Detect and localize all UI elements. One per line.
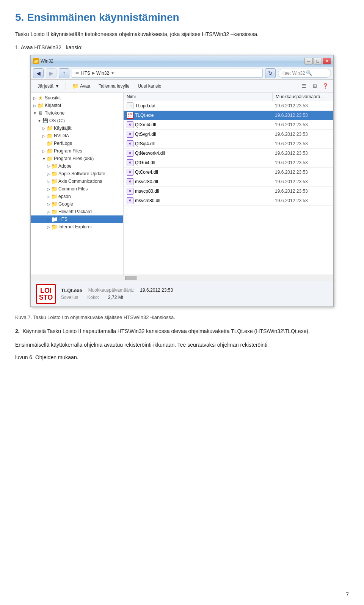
file-row-msvcp80[interactable]: ⚙ msvcp80.dll 19.6.2012 23:53 [124,187,333,196]
expand-programfiles[interactable]: ▷ [41,149,47,153]
open-label: Avaa [80,83,90,89]
back-button[interactable]: ◀ [33,68,44,78]
path-dropdown-arrow[interactable]: ▼ [111,71,115,75]
path-hts[interactable]: HTS [81,71,90,76]
expand-google[interactable]: ▷ [46,202,51,206]
file-row-msvcr80[interactable]: ⚙ msvcr80.dll 19.6.2012 23:53 [124,177,333,187]
tree-item-suosikit[interactable]: ▷ ★ Suosikit [31,94,123,102]
new-folder-label: Uusi kansio [138,83,161,89]
tree-item-google[interactable]: ▷ 📁 Google [31,200,123,208]
new-folder-button[interactable]: Uusi kansio [134,81,165,91]
tree-item-programfiles[interactable]: ▷ 📁 Program Files [31,147,123,155]
dll-icon-qtsql4: ⚙ [127,140,133,147]
file-row-qtsql4[interactable]: ⚙ QtSql4.dll 19.6.2012 23:53 [124,139,333,149]
file-date-msvcr80: 19.6.2012 23:53 [275,179,332,184]
col-header-name[interactable]: Nimi [124,93,273,101]
tree-item-perflogs[interactable]: ▷ 📁 PerfLogs [31,140,123,147]
tree-label-ie: Internet Explorer [58,224,92,229]
expand-commonfiles[interactable]: ▷ [46,187,51,191]
scrollbar-thumb[interactable] [125,276,136,280]
path-win32[interactable]: Win32 [96,71,109,76]
title-bar: 📁 Win32 ─ □ ✕ [31,55,333,67]
expand-ie[interactable]: ▷ [46,225,51,229]
close-button[interactable]: ✕ [323,58,331,64]
folder-title-icon: 📁 [33,58,39,64]
file-date-qtsvg4: 19.6.2012 23:53 [275,132,332,137]
folder-icon-programfilesx86: 📁 [47,156,53,162]
expand-epson[interactable]: ▷ [46,195,51,199]
expand-programfilesx86[interactable]: ▼ [41,157,47,161]
tree-item-commonfiles[interactable]: ▷ 📁 Common Files [31,185,123,193]
status-row-2: Sovellus Koko: 2,72 Mt [61,295,173,300]
file-row-qtgui4[interactable]: ⚙ QtGui4.dll 19.6.2012 23:53 [124,158,333,168]
tree-item-epson[interactable]: ▷ 📁 epson [31,193,123,200]
expand-suosikit[interactable]: ▷ [32,96,38,100]
tree-item-nvidia[interactable]: ▷ 📁 NVIDIA [31,132,123,140]
expand-apple[interactable]: ▷ [46,172,51,176]
expand-kirjastot[interactable]: ▷ [32,104,38,108]
search-box[interactable]: Hae: Win32 🔍 [278,69,331,78]
expand-nvidia[interactable]: ▷ [41,134,47,138]
file-row-qtnetwork4[interactable]: ⚙ QtNetwork4.dll 19.6.2012 23:53 [124,149,333,158]
filename-msvcp80: msvcp80.dll [135,189,159,194]
file-name-msvcr80: ⚙ msvcr80.dll [125,178,275,185]
expand-tietokone[interactable]: ▼ [32,111,38,115]
tree-item-kayttajat[interactable]: ▷ 📁 Käyttäjät [31,124,123,132]
tree-label-perflogs: PerfLogs [54,141,72,146]
file-row-msvcm80[interactable]: ⚙ msvcm80.dll 19.6.2012 23:53 [124,196,333,206]
organize-button[interactable]: Järjestä ▼ [34,81,63,91]
expand-adobe[interactable]: ▷ [46,164,51,168]
tree-item-kirjastot[interactable]: ▷ 📁 Kirjastot [31,102,123,109]
tree-item-axis[interactable]: ▷ 📁 Axis Communications [31,178,123,185]
file-row-tlqt[interactable]: LOI STO TLQt.exe 19.6.2012 23:53 [124,111,333,120]
file-date-msvcm80: 19.6.2012 23:53 [275,198,332,203]
expand-hts[interactable]: ▷ [46,217,51,222]
tree-item-tietokone[interactable]: ▼ 🖥 Tietokone [31,109,123,117]
horizontal-scrollbar[interactable] [31,275,333,281]
forward-button[interactable]: ▶ [46,68,56,78]
tree-label-programfilesx86: Program Files (x86) [54,156,94,161]
dll-icon-qtxml4: ⚙ [127,121,133,128]
address-path[interactable]: ≪ HTS ▶ Win32 ▼ [72,69,263,78]
view-details-button[interactable]: ☰ [299,81,309,91]
file-name-qtnetwork4: ⚙ QtNetwork4.dll [125,150,275,157]
file-row-qtcore4[interactable]: ⚙ QtCore4.dll 19.6.2012 23:53 [124,168,333,177]
file-row-qtsvg4[interactable]: ⚙ QtSvg4.dll 19.6.2012 23:53 [124,130,333,139]
file-date-qtcore4: 19.6.2012 23:53 [275,170,332,175]
up-button[interactable]: ↑ [59,68,69,78]
file-name-qtsvg4: ⚙ QtSvg4.dll [125,131,275,138]
file-row-qtxml4[interactable]: ⚙ QtXml4.dll 19.6.2012 23:53 [124,120,333,130]
tree-item-hp[interactable]: ▷ 📁 Hewlett-Packard [31,208,123,215]
open-button[interactable]: 📁 Avaa [68,81,94,91]
file-name-msvcp80: ⚙ msvcp80.dll [125,188,275,195]
tree-item-adobe[interactable]: ▷ 📁 Adobe [31,162,123,170]
tree-item-hts[interactable]: ▷ 📁 HTS [31,215,123,223]
maximize-button[interactable]: □ [314,58,322,64]
status-size-label: Koko: [87,295,99,300]
file-row-tlupd[interactable]: 📄 TLupd.dat 19.6.2012 23:53 [124,101,333,111]
tree-label-tietokone: Tietokone [45,110,64,116]
tree-item-ie[interactable]: ▷ 📁 Internet Explorer [31,223,123,231]
tree-label-adobe: Adobe [58,163,72,169]
page-title: 5. Ensimmäinen käynnistäminen [15,11,349,24]
tree-item-programfilesx86[interactable]: ▼ 📁 Program Files (x86) [31,155,123,162]
bottom-text-2: luvun 6. Ohjeiden mukaan. [15,353,349,361]
col-header-modified[interactable]: Muokkauspäivämäärä... [273,93,333,101]
minimize-button[interactable]: ─ [304,58,313,64]
tree-item-apple-software-update[interactable]: ▷ 📁 Apple Software Update [31,170,123,178]
filename-msvcm80: msvcm80.dll [135,198,160,203]
expand-osc[interactable]: ▼ [37,119,42,123]
file-date-qtxml4: 19.6.2012 23:53 [275,122,332,127]
expand-hp[interactable]: ▷ [46,210,51,214]
help-button[interactable]: ❓ [320,81,330,91]
refresh-button[interactable]: ↻ [265,68,276,78]
expand-kayttajat[interactable]: ▷ [41,126,47,130]
expand-axis[interactable]: ▷ [46,179,51,184]
view-icons-button[interactable]: ⊞ [310,81,320,91]
tree-item-osc[interactable]: ▼ 💾 OS (C:) [31,117,123,124]
tree-label-apple: Apple Software Update [58,171,105,176]
save-to-disk-button[interactable]: Tallenna levylle [95,81,133,91]
filename-qtsvg4: QtSvg4.dll [135,132,156,137]
dll-icon-qtgui4: ⚙ [127,159,133,166]
bottom-text-1: Ensimmäisellä käyttökerralla ohjelma ava… [15,341,349,349]
